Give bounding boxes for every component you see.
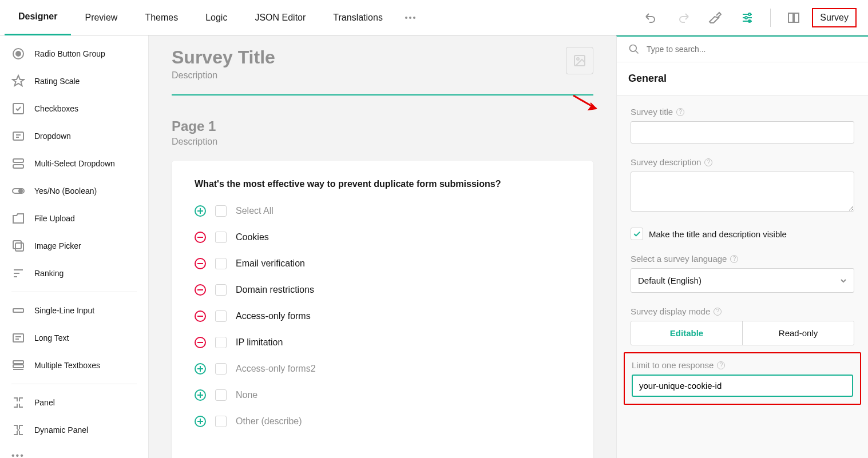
tab-translations[interactable]: Translations bbox=[319, 0, 397, 35]
svg-point-24 bbox=[630, 45, 637, 52]
enable-none-button[interactable] bbox=[195, 389, 206, 401]
toolbox-label: Single-Line Input bbox=[34, 306, 94, 315]
checkbox[interactable] bbox=[215, 416, 227, 427]
toolbox-label: Multi-Select Dropdown bbox=[34, 159, 115, 168]
checkbox[interactable] bbox=[215, 258, 227, 269]
option-label[interactable]: Cookies bbox=[236, 232, 269, 242]
prop-label-language: Select a survey language? bbox=[631, 254, 854, 264]
tab-designer[interactable]: Designer bbox=[5, 0, 71, 35]
checkbox[interactable] bbox=[215, 389, 227, 401]
svg-rect-17 bbox=[15, 243, 23, 251]
toolbox-single-line-input[interactable]: Single-Line Input bbox=[0, 297, 148, 324]
toolbox-checkboxes[interactable]: Checkboxes bbox=[0, 95, 148, 122]
toolbox-label: Image Picker bbox=[34, 241, 81, 250]
help-icon[interactable]: ? bbox=[730, 255, 738, 263]
remove-choice-button[interactable] bbox=[195, 284, 206, 296]
help-icon[interactable]: ? bbox=[676, 108, 684, 116]
limit-response-input[interactable] bbox=[632, 375, 853, 397]
checkbox[interactable] bbox=[215, 284, 227, 296]
toolbox-label: Dynamic Panel bbox=[34, 425, 88, 435]
language-select[interactable]: Default (English) bbox=[631, 268, 854, 293]
enable-select-all-button[interactable] bbox=[195, 205, 206, 217]
page-title[interactable]: Page 1 bbox=[172, 118, 593, 134]
toolbox-ranking[interactable]: Ranking bbox=[0, 260, 148, 287]
question-text[interactable]: What's the most effective way to prevent… bbox=[195, 179, 570, 189]
svg-rect-13 bbox=[13, 165, 23, 168]
page-description[interactable]: Description bbox=[172, 137, 593, 147]
erase-button[interactable] bbox=[701, 4, 729, 31]
question-card[interactable]: What's the most effective way to prevent… bbox=[172, 161, 593, 458]
tab-themes[interactable]: Themes bbox=[131, 0, 192, 35]
survey-title-input[interactable] bbox=[631, 121, 854, 144]
properties-search-input[interactable] bbox=[647, 45, 857, 54]
toolbox-label: Radio Button Group bbox=[34, 49, 105, 58]
tab-json-editor[interactable]: JSON Editor bbox=[241, 0, 319, 35]
option-label[interactable]: Access-only forms2 bbox=[236, 364, 316, 374]
option-label[interactable]: IP limitation bbox=[236, 337, 283, 348]
toolbox-dynamic-panel[interactable]: Dynamic Panel bbox=[0, 416, 148, 444]
remove-choice-button[interactable] bbox=[195, 337, 206, 348]
remove-choice-button[interactable] bbox=[195, 258, 206, 269]
enable-other-button[interactable] bbox=[195, 416, 206, 427]
svg-point-4 bbox=[745, 17, 747, 19]
undo-button[interactable] bbox=[637, 4, 665, 31]
preview-layout-button[interactable] bbox=[780, 4, 807, 31]
remove-choice-button[interactable] bbox=[195, 310, 206, 322]
svg-rect-20 bbox=[13, 361, 23, 364]
toolbox-label: File Upload bbox=[34, 214, 75, 223]
toolbox-rating-scale[interactable]: Rating Scale bbox=[0, 67, 148, 95]
help-icon[interactable]: ? bbox=[717, 361, 725, 369]
survey-logo-placeholder[interactable] bbox=[566, 47, 593, 74]
checkbox[interactable] bbox=[215, 232, 227, 243]
survey-selector-button[interactable]: Survey bbox=[812, 8, 857, 27]
svg-point-23 bbox=[577, 58, 579, 60]
checkbox[interactable] bbox=[215, 363, 227, 375]
toolbox-dropdown[interactable]: Dropdown bbox=[0, 122, 148, 150]
toolbox-boolean[interactable]: Yes/No (Boolean) bbox=[0, 177, 148, 205]
check-icon bbox=[632, 229, 641, 238]
option-label: None bbox=[236, 390, 257, 400]
redo-button[interactable] bbox=[669, 4, 697, 31]
toolbox-label: Long Text bbox=[34, 333, 69, 342]
svg-rect-11 bbox=[13, 132, 23, 140]
svg-point-2 bbox=[413, 17, 415, 19]
remove-choice-button[interactable] bbox=[195, 232, 206, 243]
toolbox-image-picker[interactable]: Image Picker bbox=[0, 232, 148, 260]
toolbox-panel[interactable]: Panel bbox=[0, 389, 148, 416]
survey-description-input[interactable] bbox=[631, 172, 854, 212]
svg-rect-16 bbox=[13, 241, 21, 249]
svg-point-1 bbox=[409, 17, 411, 19]
checkbox[interactable] bbox=[215, 337, 227, 348]
checkbox[interactable] bbox=[215, 205, 227, 217]
settings-button[interactable] bbox=[734, 4, 761, 31]
toolbox-long-text[interactable]: Long Text bbox=[0, 324, 148, 352]
toolbox-radio-button-group[interactable]: Radio Button Group bbox=[0, 40, 148, 67]
checkbox[interactable] bbox=[215, 310, 227, 322]
top-tabbar: Designer Preview Themes Logic JSON Edito… bbox=[0, 0, 868, 35]
visible-checkbox[interactable]: Make the title and description visible bbox=[631, 228, 854, 240]
help-icon[interactable]: ? bbox=[704, 158, 712, 166]
toolbox-multiselect-dropdown[interactable]: Multi-Select Dropdown bbox=[0, 150, 148, 177]
section-general[interactable]: General bbox=[617, 62, 868, 95]
option-label[interactable]: Email verification bbox=[236, 258, 305, 269]
toolbox-label: Ranking bbox=[34, 269, 64, 278]
more-tabs-button[interactable] bbox=[397, 4, 424, 31]
toolbox-multiple-textboxes[interactable]: Multiple Textboxes bbox=[0, 352, 148, 379]
help-icon[interactable]: ? bbox=[714, 308, 722, 316]
tab-preview[interactable]: Preview bbox=[71, 0, 131, 35]
tab-logic[interactable]: Logic bbox=[192, 0, 241, 35]
option-label[interactable]: Domain restrictions bbox=[236, 285, 314, 295]
svg-rect-6 bbox=[788, 13, 793, 22]
survey-description[interactable]: Description bbox=[172, 70, 275, 81]
survey-title[interactable]: Survey Title bbox=[172, 47, 275, 68]
display-mode-readonly[interactable]: Read-only bbox=[742, 321, 854, 345]
toolbox-file-upload[interactable]: File Upload bbox=[0, 205, 148, 232]
toolbox-more[interactable]: ••• bbox=[0, 444, 148, 458]
search-icon bbox=[628, 43, 640, 55]
properties-panel: General Survey title? Survey description… bbox=[616, 35, 868, 458]
svg-point-9 bbox=[16, 51, 21, 56]
prop-label-limit-response: Limit to one response? bbox=[632, 360, 853, 370]
option-label[interactable]: Access-only forms bbox=[236, 311, 311, 321]
display-mode-editable[interactable]: Editable bbox=[631, 321, 742, 345]
add-choice-button[interactable] bbox=[195, 363, 206, 375]
